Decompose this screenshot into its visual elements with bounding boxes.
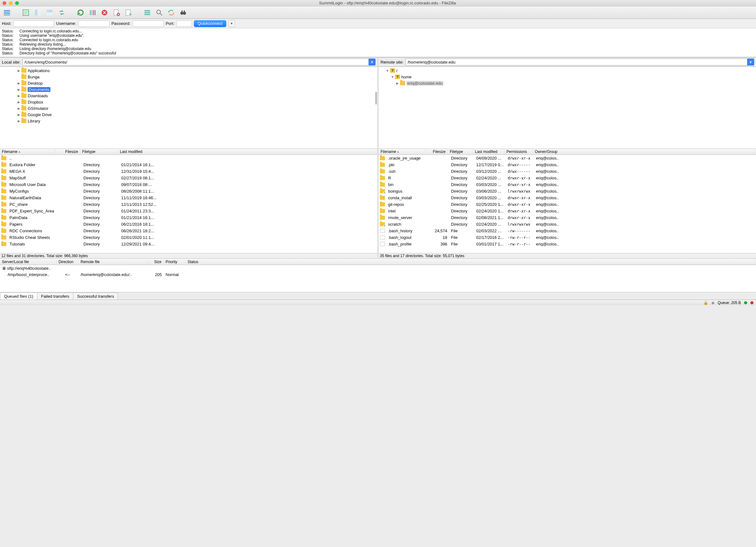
host-input[interactable] — [13, 20, 54, 27]
file-row[interactable]: PDF_Expert_Sync_AreaDirectory01/24/2011 … — [0, 208, 377, 214]
file-row[interactable]: PC_shareDirectory12/11/2013 12:52... — [0, 201, 377, 208]
toggle-local-tree-button[interactable] — [33, 8, 43, 18]
file-row[interactable]: .bash_profile396File03/01/2017 1...-rw-r… — [379, 241, 756, 247]
file-row[interactable]: .oracle_jre_usageDirectory04/09/2020 ...… — [379, 155, 756, 161]
remote-site-label: Remote site: — [379, 60, 405, 65]
queue-server-row[interactable]: 🖥 sftp://eriq%40colostate.. — [0, 265, 756, 271]
refresh-button[interactable] — [76, 8, 86, 18]
local-site-bar: Local site: ▼ — [0, 57, 377, 67]
file-row[interactable]: rmote_serverDirectory02/08/2021 1...drwx… — [379, 214, 756, 221]
tree-node[interactable]: ▶Documents — [0, 86, 377, 93]
file-row[interactable]: binDirectory03/03/2020 ...drwxr-xr-xeriq… — [379, 181, 756, 188]
col-filesize[interactable]: Filesize — [426, 149, 448, 154]
toggle-remote-tree-button[interactable] — [45, 8, 55, 18]
search-button[interactable] — [154, 8, 164, 18]
scrollbar-thumb[interactable] — [375, 92, 377, 104]
col-filetype[interactable]: Filetype — [80, 149, 118, 154]
col-filename[interactable]: Filename — [379, 149, 426, 154]
col-filetype[interactable]: Filetype — [448, 149, 473, 154]
file-row[interactable]: Eudora FolderDirectory01/21/2014 16:1... — [0, 161, 377, 168]
col-priority[interactable]: Priority — [164, 260, 186, 264]
tree-node[interactable]: ▶eriq@colostate.edu — [379, 80, 756, 86]
filter-button[interactable] — [142, 8, 152, 18]
port-input[interactable] — [176, 20, 192, 27]
remote-path-dropdown[interactable]: ▼ — [747, 59, 754, 65]
tree-node[interactable]: ▶Downloads — [0, 93, 377, 99]
transfer-queue[interactable]: 🖥 sftp://eriq%40colostate../tmp/boost_in… — [0, 265, 756, 292]
file-row[interactable]: NaturalEarthDataDirectory11/11/2019 16:4… — [0, 195, 377, 201]
file-row[interactable]: RDirectory02/24/2020 ...drwxr-xr-xeriq@c… — [379, 175, 756, 181]
file-row[interactable]: .sshDirectory03/12/2020 ...drwx------eri… — [379, 168, 756, 175]
disconnect-button[interactable] — [111, 8, 121, 18]
tree-node[interactable]: ▶Dropbox — [0, 99, 377, 105]
col-owner[interactable]: Owner/Group — [533, 149, 756, 154]
local-file-list[interactable]: ..Eudora FolderDirectory01/21/2014 16:1.… — [0, 155, 377, 253]
file-row[interactable]: PapersDirectory06/21/2016 18:1... — [0, 221, 377, 228]
quickconnect-button[interactable]: Quickconnect — [194, 20, 226, 27]
svg-rect-30 — [182, 10, 183, 12]
process-queue-button[interactable] — [87, 8, 98, 18]
file-row[interactable]: RDC ConnectionsDirectory08/26/2021 18:2.… — [0, 228, 377, 234]
tree-node[interactable]: ▶Library — [0, 118, 377, 124]
file-row[interactable]: conda_installDirectory03/03/2020 ...drwx… — [379, 195, 756, 201]
tree-node[interactable]: ▼?home — [379, 74, 756, 80]
col-size[interactable]: Size — [148, 260, 164, 264]
col-server[interactable]: Server/Local file — [0, 260, 57, 264]
queue-item[interactable]: /tmp/boost_interproce..<--/home/eriq@col… — [0, 271, 756, 278]
tree-node[interactable]: Bunga — [0, 74, 377, 80]
col-filesize[interactable]: Filesize — [55, 149, 80, 154]
minimize-window-button[interactable] — [9, 1, 13, 5]
remote-file-list[interactable]: .oracle_jre_usageDirectory04/09/2020 ...… — [379, 155, 756, 253]
tree-node[interactable]: ▼?/ — [379, 67, 756, 74]
remote-tree[interactable]: ▼?/▼?home▶eriq@colostate.edu — [379, 67, 756, 149]
file-row[interactable]: MapStuffDirectory02/27/2019 06:1... — [0, 175, 377, 181]
col-status[interactable]: Status — [186, 260, 756, 264]
file-row[interactable]: Microsoft User DataDirectory09/07/2018 0… — [0, 181, 377, 188]
col-modified[interactable]: Last modified — [473, 149, 505, 154]
tree-node[interactable]: ▶Desktop — [0, 80, 377, 86]
file-row[interactable]: git-reposDirectory02/25/2020 1...drwxr-x… — [379, 201, 756, 208]
file-row[interactable]: TutorialsDirectory12/29/2021 09:4... — [0, 241, 377, 247]
zoom-window-button[interactable] — [15, 1, 19, 5]
file-row[interactable]: .bash_history24,574File02/03/2022 ...-rw… — [379, 228, 756, 234]
local-path-input[interactable] — [22, 59, 369, 65]
tree-node[interactable]: ▶Google Drive — [0, 111, 377, 118]
cancel-button[interactable] — [99, 8, 110, 18]
quickconnect-history-button[interactable]: ▼ — [228, 20, 235, 27]
file-row[interactable]: .bash_logout18File02/17/2016 2...-rw-r--… — [379, 234, 756, 241]
message-log[interactable]: Status:Connecting to login.rc.colorado.e… — [0, 28, 756, 57]
password-input[interactable] — [133, 20, 164, 27]
site-manager-button[interactable] — [2, 8, 12, 18]
col-permissions[interactable]: Permissions — [505, 149, 533, 154]
file-row[interactable]: .. — [0, 155, 377, 161]
remote-path-input[interactable] — [405, 59, 747, 65]
file-row[interactable]: MyConfigsDirectory08/26/2008 11:1... — [0, 188, 377, 195]
col-filename[interactable]: Filename — [0, 149, 55, 154]
col-remote[interactable]: Remote file — [79, 260, 148, 264]
reconnect-button[interactable] — [123, 8, 133, 18]
chevron-down-icon: ▼ — [749, 60, 752, 64]
toggle-queue-button[interactable] — [57, 8, 67, 18]
tree-node[interactable]: ▶Applications — [0, 67, 377, 74]
username-input[interactable] — [78, 20, 110, 27]
file-row[interactable]: .pkiDirectory12/17/2019 0...drwxr-----er… — [379, 161, 756, 168]
binoculars-button[interactable] — [178, 8, 188, 18]
queue-size: Queue: 205 B — [718, 301, 741, 305]
local-path-dropdown[interactable]: ▼ — [369, 59, 375, 65]
close-window-button[interactable] — [3, 1, 6, 5]
file-row[interactable]: MEGA XDirectory12/31/2019 15:4... — [0, 168, 377, 175]
tab-queued[interactable]: Queued files (1) — [0, 292, 37, 300]
file-row[interactable]: PalmDataDirectory01/21/2014 16:1... — [0, 214, 377, 221]
compare-button[interactable] — [166, 8, 176, 18]
col-direction[interactable]: Direction — [57, 260, 79, 264]
file-row[interactable]: RStudio Cheat SheetsDirectory02/01/2020 … — [0, 234, 377, 241]
file-row[interactable]: boingusDirectory03/06/2020 ...lrwxrwxrwx… — [379, 188, 756, 195]
toggle-log-button[interactable] — [21, 8, 31, 18]
tree-node[interactable]: ▶GSImulator — [0, 105, 377, 111]
tab-failed[interactable]: Failed transfers — [37, 292, 74, 300]
tab-successful[interactable]: Successful transfers — [73, 292, 118, 300]
file-row[interactable]: intelDirectory02/24/2020 1...drwxr-xr-xe… — [379, 208, 756, 214]
file-row[interactable]: scratchDirectory02/24/2020 ...lrwxrwxrwx… — [379, 221, 756, 228]
col-modified[interactable]: Last modified — [118, 149, 377, 154]
local-tree[interactable]: ▶ApplicationsBunga▶Desktop▶Documents▶Dow… — [0, 67, 377, 149]
